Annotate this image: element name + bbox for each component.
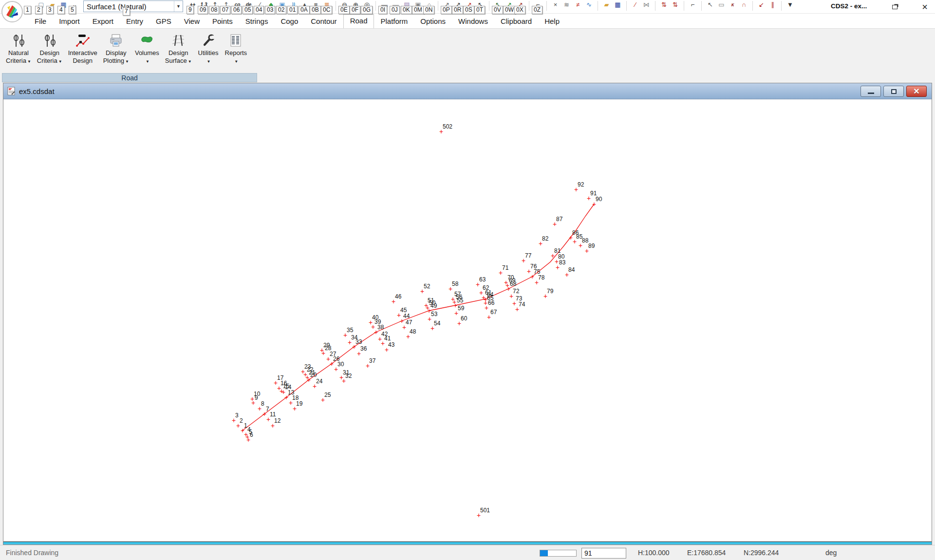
flow-arrow-icon[interactable]: ∿ bbox=[583, 0, 595, 13]
blank-button[interactable]: 1 bbox=[24, 0, 36, 13]
keytip-badge: 3 bbox=[46, 6, 54, 14]
traverse-up-icon[interactable]: ↥08 bbox=[209, 0, 221, 13]
kerb-tool-icon[interactable]: ĸ bbox=[727, 0, 738, 13]
menu-tab-file[interactable]: File bbox=[28, 15, 53, 28]
volumes-button[interactable]: Volumes▼ bbox=[132, 31, 162, 67]
point-numbers-icon[interactable]: 1 309 bbox=[198, 0, 209, 13]
chevron-down-icon[interactable]: ▼ bbox=[174, 1, 183, 12]
triangle-icon[interactable]: ▲0A bbox=[299, 0, 310, 13]
survey-point-label: 78 bbox=[538, 275, 544, 280]
menu-tab-contour[interactable]: Contour bbox=[304, 15, 343, 28]
snap-point-icon[interactable]: ↖0T bbox=[475, 0, 486, 13]
keytip-badge: 09 bbox=[198, 6, 208, 14]
utilities-button[interactable]: Utilities▼ bbox=[195, 31, 222, 67]
qat-more-icon[interactable]: ⌄5 bbox=[69, 0, 80, 13]
curve-hook-icon[interactable]: ∩ bbox=[738, 0, 749, 13]
menu-tab-view[interactable]: View bbox=[178, 15, 206, 28]
survey-point-label: 47 bbox=[406, 319, 412, 325]
template-icon[interactable]: ≡0B bbox=[310, 0, 321, 13]
image-frame-icon[interactable]: ▣02 bbox=[277, 0, 288, 13]
design-criteria-button[interactable]: DesignCriteria▼ bbox=[34, 31, 65, 67]
save-file-icon[interactable]: ▦ bbox=[612, 0, 623, 13]
menu-tab-points[interactable]: Points bbox=[206, 15, 239, 28]
bearing-icon[interactable]: ↗0X bbox=[515, 0, 526, 13]
document-minimize-button[interactable] bbox=[860, 86, 881, 97]
document-close-button[interactable]: ✕ bbox=[906, 86, 927, 97]
insert-point-icon[interactable]: ↗0W bbox=[504, 0, 515, 13]
survey-point-label: 67 bbox=[490, 309, 497, 315]
cogo-entry-icon[interactable]: co06 bbox=[232, 0, 243, 13]
menu-tab-entry[interactable]: Entry bbox=[120, 15, 150, 28]
design-surface-button[interactable]: DesignSurface▼ bbox=[162, 31, 195, 67]
zoom-window-icon[interactable]: ◎0G bbox=[361, 0, 373, 13]
keytip-badge: 05 bbox=[243, 6, 253, 14]
drawing-canvas[interactable]: +1+2+3+4+5+6+7+8+9+10+11+12+13+14+15+16+… bbox=[3, 99, 931, 541]
save-file-icon: ▦ bbox=[615, 1, 620, 9]
menu-tab-import[interactable]: Import bbox=[53, 15, 86, 28]
delete-contour-icon[interactable]: ≠ bbox=[572, 0, 583, 13]
slab-band-icon[interactable]: ▬0J bbox=[390, 0, 401, 13]
menu-tab-gps[interactable]: GPS bbox=[150, 15, 178, 28]
menu-tab-platform[interactable]: Platform bbox=[374, 15, 414, 28]
zoom-out-icon[interactable]: ⊖0E bbox=[339, 0, 350, 13]
tree-icon[interactable]: ♣03 bbox=[265, 0, 277, 13]
dotted-rect-icon[interactable]: ▭ bbox=[716, 0, 727, 13]
hook-tool-icon[interactable]: ⌐0Z bbox=[532, 0, 543, 13]
menu-tab-clipboard[interactable]: Clipboard bbox=[494, 15, 538, 28]
survey-point-label: 74 bbox=[519, 301, 525, 307]
open-file-icon[interactable]: ▰ bbox=[601, 0, 612, 13]
move-icon[interactable]: ↗0R bbox=[452, 0, 464, 13]
menu-tab-help[interactable]: Help bbox=[538, 15, 566, 28]
open-folder-icon[interactable]: ▰3 bbox=[47, 0, 58, 13]
survey-point-label: 51 bbox=[428, 298, 434, 303]
cascade-windows-icon[interactable]: ▣0M bbox=[412, 0, 424, 13]
reports-button[interactable]: Reports▼ bbox=[222, 31, 250, 67]
natural-sliders-icon[interactable]: ⇅ bbox=[658, 0, 670, 13]
window-restore-button[interactable] bbox=[889, 1, 902, 12]
menu-tab-options[interactable]: Options bbox=[414, 15, 452, 28]
document-restore-button[interactable] bbox=[883, 86, 904, 97]
pointer-icon[interactable]: ↖ bbox=[705, 0, 716, 13]
design-sliders-icon[interactable]: ⇅ bbox=[670, 0, 681, 13]
design-entry-icon[interactable]: de05 bbox=[243, 0, 254, 13]
move-point-icon[interactable]: ↗0S bbox=[464, 0, 475, 13]
corner-arrow-icon[interactable]: ⌐ bbox=[687, 0, 698, 13]
menu-tab-export[interactable]: Export bbox=[86, 15, 120, 28]
interactive-design-button[interactable]: InteractiveDesign bbox=[65, 31, 100, 66]
traverse-entry-icon[interactable]: ↥07 bbox=[221, 0, 232, 13]
menu-tab-cogo[interactable]: Cogo bbox=[274, 15, 304, 28]
add-points-icon[interactable]: ++9 bbox=[187, 0, 198, 13]
save-window-icon[interactable]: ▦4 bbox=[58, 0, 69, 13]
slab-icon[interactable]: ▬0I bbox=[379, 0, 390, 13]
qat-dropdown-icon[interactable]: ▼ bbox=[785, 0, 796, 13]
section-icon[interactable]: ⋈ bbox=[641, 0, 652, 13]
app-logo-button[interactable] bbox=[1, 1, 23, 22]
status-message: Finished Drawing bbox=[6, 549, 58, 557]
keytip-badge: 0Z bbox=[532, 6, 542, 14]
bracket-pair-icon[interactable]: ∥ bbox=[767, 0, 778, 13]
layers-icon[interactable]: ≣0C bbox=[321, 0, 333, 13]
contour-lines-icon[interactable]: ≋ bbox=[561, 0, 572, 13]
display-plotting-button[interactable]: DisplayPlotting▼ bbox=[100, 31, 132, 67]
join-points-icon[interactable]: ↖0V bbox=[492, 0, 504, 13]
window-close-button[interactable]: × bbox=[918, 1, 931, 12]
delete-line-icon[interactable]: × bbox=[550, 0, 561, 13]
draw-line-icon[interactable]: ∕04 bbox=[254, 0, 265, 13]
menu-tab-strings[interactable]: Strings bbox=[239, 15, 275, 28]
current-point-field[interactable]: 91 bbox=[581, 548, 626, 559]
move-small-icon[interactable]: ↗0P bbox=[441, 0, 452, 13]
arrow-sw-icon[interactable]: ↙ bbox=[756, 0, 767, 13]
clipboard-icon[interactable]: ▤0K bbox=[401, 0, 412, 13]
survey-point-label: 77 bbox=[525, 253, 531, 259]
home-view-icon[interactable]: ⌂0N bbox=[424, 0, 435, 13]
menu-tab-road[interactable]: Road bbox=[343, 14, 374, 28]
natural-criteria-button[interactable]: NaturalCriteria▼ bbox=[3, 31, 34, 67]
menu-tab-windows[interactable]: Windows bbox=[452, 15, 494, 28]
new-file-icon[interactable]: ▢2 bbox=[36, 0, 47, 13]
survey-point-label: 1 bbox=[244, 423, 247, 429]
curves-icon[interactable]: ))01 bbox=[288, 0, 299, 13]
surface-combobox[interactable]: Surface1 (Natural)▼7 bbox=[83, 0, 183, 12]
status-easting: E:17680.854 bbox=[687, 549, 726, 557]
zoom-in-icon[interactable]: ⊕0F bbox=[350, 0, 361, 13]
profile-chart-icon[interactable]: ∕ bbox=[630, 0, 641, 13]
